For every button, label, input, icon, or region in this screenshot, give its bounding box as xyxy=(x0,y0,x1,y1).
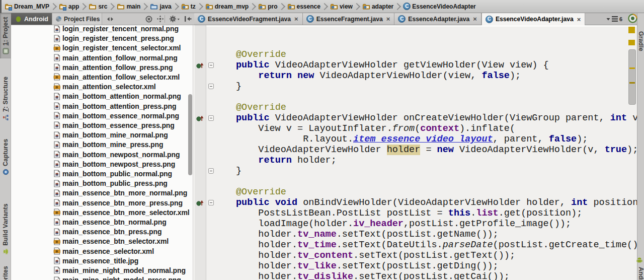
code-token xyxy=(214,49,236,60)
tree-item[interactable]: main_essence_btn_more_selector.xml xyxy=(11,207,190,217)
breadcrumb-item[interactable]: C java xyxy=(150,3,171,11)
breadcrumb-chevron-icon xyxy=(394,3,401,10)
code-token: holder. xyxy=(214,240,298,250)
tree-item[interactable]: main_bottom_newpost_press.png xyxy=(11,159,175,169)
tree-item[interactable]: main_bottom_mine_press.png xyxy=(11,140,163,150)
fold-marker-icon[interactable] xyxy=(208,115,214,121)
tree-item-label: main_bottom_newpost_normal.png xyxy=(62,151,180,159)
breadcrumb-item[interactable]: C Dream_MVP xyxy=(5,3,49,11)
code-token: R.layout. xyxy=(214,134,354,145)
tree-item[interactable]: main_attention_follow_press.png xyxy=(11,62,173,72)
code-token: VideoAdapterViewHolder(view, xyxy=(314,71,481,81)
tool-window-button[interactable]: Captures xyxy=(0,132,11,182)
code-editor[interactable]: @Override public VideoAdapterViewHolder … xyxy=(195,25,637,280)
breadcrumb-item-label: adapter xyxy=(372,3,393,10)
tree-item[interactable]: main_bottom_mine_normal.png xyxy=(11,130,168,140)
tree-item[interactable]: main_bottom_attention_press.png xyxy=(11,101,176,111)
editor-tab[interactable]: C EssenceVideoFragment.java × xyxy=(194,13,303,25)
tree-item[interactable]: main_bottom_public_normal.png xyxy=(11,169,172,178)
override-marker-icon[interactable] xyxy=(196,115,204,121)
tree-item-label: main_bottom_essence_press.png xyxy=(62,121,175,129)
code-token: } xyxy=(214,166,242,176)
error-stripe-mark[interactable] xyxy=(629,82,635,84)
tab-close-icon[interactable]: × xyxy=(294,16,298,22)
project-view-tab-project-files[interactable]: Project Files xyxy=(52,13,102,25)
tree-item[interactable]: main_essence_btn_more_press.png xyxy=(11,198,183,207)
tab-close-icon[interactable]: × xyxy=(577,16,581,23)
hide-panel-icon[interactable] xyxy=(182,13,193,25)
breadcrumb-item[interactable]: C adapter xyxy=(362,3,393,11)
tree-scrollbar-thumb[interactable] xyxy=(188,94,192,175)
breadcrumb-item[interactable]: C app xyxy=(59,3,79,11)
override-marker-icon[interactable] xyxy=(196,62,204,68)
editor-tab[interactable]: C EssenceFragment.java × xyxy=(303,13,395,25)
breadcrumb-class-icon: C xyxy=(403,3,411,10)
close-icon[interactable] xyxy=(144,13,154,25)
tree-item[interactable]: main_essence_selector.xml xyxy=(11,246,154,256)
tree-item-label: main_mine_night_model_normal.png xyxy=(62,266,186,274)
code-line: @Override xyxy=(214,187,637,197)
tree-item[interactable]: main_mine_night_model_press.png xyxy=(11,275,181,280)
tree-item[interactable]: main_essence_btn_more_normal.png xyxy=(11,188,187,198)
tree-item[interactable]: main_bottom_attention_normal.png xyxy=(11,92,181,101)
editor-scrollbar-thumb[interactable] xyxy=(628,49,636,105)
error-stripe-mark[interactable] xyxy=(629,67,635,69)
editor-tab[interactable]: C EssenceVideoAdapter.java × xyxy=(481,13,586,25)
breadcrumb-item[interactable]: C essence xyxy=(287,3,320,11)
breadcrumb-item[interactable]: C pro xyxy=(258,3,277,11)
breadcrumb-item-label: Dream_MVP xyxy=(14,3,49,10)
fold-marker-icon[interactable] xyxy=(208,200,214,205)
project-view-tab-android[interactable]: Android xyxy=(11,13,52,25)
fold-end-marker-icon[interactable] xyxy=(208,168,214,174)
tool-window-button[interactable]: 7: Structure xyxy=(0,71,11,127)
gradle-icon[interactable] xyxy=(628,14,637,23)
tool-window-button-content: Android Monitor xyxy=(637,267,644,280)
left-tool-window-bar: 1: Project 7: Structure Captures Build V… xyxy=(0,13,11,280)
tree-item[interactable]: login_register_tencent_normal.png xyxy=(11,25,179,34)
tree-item[interactable]: main_bottom_essence_press.png xyxy=(11,120,175,130)
tree-item[interactable]: main_bottom_newpost_normal.png xyxy=(11,150,180,159)
tab-close-icon[interactable]: × xyxy=(386,16,390,22)
tree-item[interactable]: login_register_tencent_selector.xml xyxy=(11,43,181,53)
tree-item[interactable]: main_bottom_public_press.png xyxy=(11,179,168,188)
tree-item[interactable]: main_attention_follow_selector.xml xyxy=(11,72,180,82)
breadcrumb-item[interactable]: C EssenceVideoAdapter xyxy=(403,3,476,10)
file-type-icon xyxy=(53,247,60,255)
tool-window-label: Favorites xyxy=(2,266,9,280)
tree-item[interactable]: login_register_tencent_press.png xyxy=(11,34,174,43)
error-stripe-mark[interactable] xyxy=(628,27,635,33)
tree-item[interactable]: main_essence_btn_normal.png xyxy=(11,217,167,227)
tree-item[interactable]: main_essence_btn_press.png xyxy=(11,227,162,237)
error-stripe-mark[interactable] xyxy=(628,40,635,45)
tree-item[interactable]: main_essence_btn_selector.xml xyxy=(11,237,169,246)
tree-item[interactable]: main_attention_follow_normal.png xyxy=(11,53,178,62)
breadcrumb-item[interactable]: C view xyxy=(330,3,353,11)
tool-window-button[interactable]: Favorites xyxy=(0,254,11,280)
hidden-tabs-dropdown[interactable]: 6 xyxy=(606,13,622,25)
tree-item[interactable]: main_attention_selector.xml xyxy=(11,82,156,92)
tree-item[interactable]: main_bottom_essence_normal.png xyxy=(11,111,179,120)
code-line xyxy=(214,92,637,102)
override-marker-icon[interactable] xyxy=(196,199,204,206)
editor-tab[interactable]: C EssenceAdapter.java × xyxy=(394,13,481,25)
breadcrumb-item[interactable]: C src xyxy=(89,3,107,11)
expand-arrows-icon[interactable] xyxy=(105,13,116,25)
locate-icon[interactable] xyxy=(154,13,166,25)
code-token: public xyxy=(236,197,270,208)
fold-end-marker-icon[interactable] xyxy=(208,84,214,89)
breadcrumb-item[interactable]: C dream_mvp xyxy=(205,3,249,11)
tab-close-icon[interactable]: × xyxy=(473,16,477,22)
tool-window-button[interactable]: 1: Project xyxy=(0,13,11,58)
tool-window-button[interactable]: Android Monitor xyxy=(637,267,644,280)
tree-item[interactable]: main_mine_night_model_normal.png xyxy=(11,265,186,275)
breadcrumb-item[interactable]: C main xyxy=(117,3,140,11)
tool-window-button[interactable]: Gradle xyxy=(637,31,644,77)
android-monitor-icon[interactable] xyxy=(636,256,643,264)
tree-item[interactable]: main_essence_title.jpg xyxy=(11,256,138,265)
settings-gear-icon[interactable] xyxy=(168,13,181,25)
fold-marker-icon[interactable] xyxy=(208,62,214,68)
error-stripe[interactable] xyxy=(628,25,637,280)
tree-item-label: main_bottom_public_press.png xyxy=(62,179,168,187)
tree-item-label: main_essence_btn_more_press.png xyxy=(62,199,183,207)
breadcrumb-item[interactable]: C tz xyxy=(181,3,196,11)
